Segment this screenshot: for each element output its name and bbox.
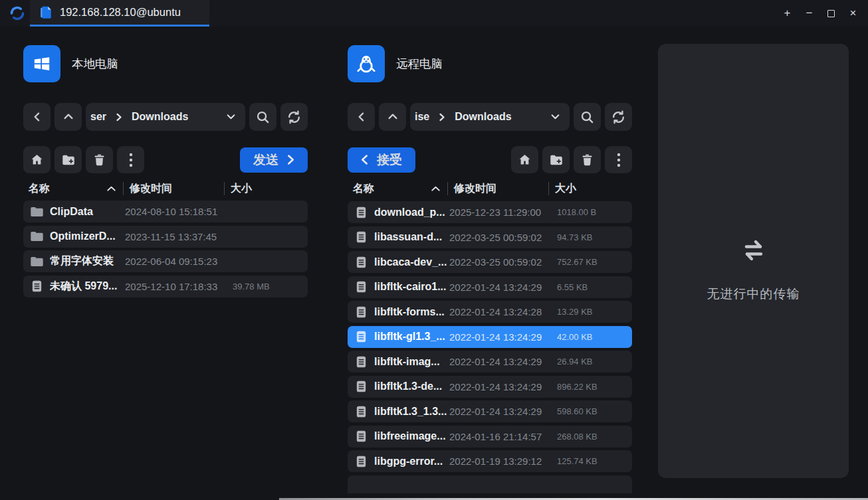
- file-size: 268.08 KB: [557, 432, 632, 442]
- no-transfers-text: 无进行中的传输: [707, 286, 800, 303]
- folder-icon: [23, 256, 50, 268]
- remote-path-bar[interactable]: ise Downloads: [410, 103, 570, 131]
- file-size: 1018.00 B: [557, 207, 632, 217]
- column-header-modified[interactable]: 修改时间: [124, 182, 224, 196]
- new-tab-button[interactable]: +: [776, 0, 798, 27]
- chevron-down-icon[interactable]: [226, 113, 236, 121]
- remote-home-button[interactable]: [511, 146, 538, 173]
- file-modified: 2023-11-15 13:37:45: [125, 231, 233, 242]
- windows-logo-icon: [23, 45, 60, 82]
- table-row[interactable]: libfltk-forms... 2022-01-24 13:24:28 13.…: [348, 301, 632, 323]
- transfer-arrows-icon: [738, 235, 769, 268]
- sort-ascending-icon: [106, 185, 116, 192]
- app-logo-icon: [9, 5, 26, 22]
- remote-new-folder-button[interactable]: [542, 146, 570, 173]
- file-icon: [348, 256, 374, 269]
- table-row[interactable]: 常用字体安装 2022-06-04 09:15:23: [23, 250, 308, 272]
- column-header-modified[interactable]: 修改时间: [448, 182, 548, 196]
- remote-table-header: 名称 修改时间 大小: [348, 178, 632, 199]
- column-header-size[interactable]: 大小: [225, 182, 308, 196]
- local-table-header: 名称 修改时间 大小: [23, 178, 308, 199]
- linux-penguin-icon: [348, 45, 385, 82]
- table-row[interactable]: libfltk-imag... 2022-01-24 13:24:29 26.9…: [348, 351, 632, 373]
- column-header-size[interactable]: 大小: [549, 182, 632, 196]
- local-more-button[interactable]: [117, 146, 144, 173]
- folder-icon: [23, 206, 50, 218]
- remote-refresh-button[interactable]: [605, 103, 632, 131]
- file-modified: 2022-03-25 00:59:02: [449, 232, 557, 243]
- titlebar: 192.168.128.10@ubuntu + − ×: [0, 0, 868, 27]
- local-file-list: ClipData 2024-08-10 15:18:51 OptimizerD.…: [23, 201, 308, 297]
- file-transfer-tab-icon: [39, 5, 53, 20]
- file-size: 896.22 KB: [557, 382, 632, 392]
- table-row[interactable]: libassuan-d... 2022-03-25 00:59:02 94.73…: [348, 226, 632, 248]
- session-tab[interactable]: 192.168.128.10@ubuntu: [30, 0, 209, 27]
- local-refresh-button[interactable]: [280, 103, 308, 131]
- column-header-name[interactable]: 名称: [23, 182, 123, 196]
- table-row[interactable]: libfltk1.3-de... 2022-01-24 13:24:29 896…: [348, 376, 632, 398]
- table-row[interactable]: download_p... 2025-12-23 11:29:00 1018.0…: [348, 201, 632, 223]
- table-row[interactable]: OptimizerD... 2023-11-15 13:37:45: [23, 226, 308, 248]
- table-row[interactable]: libfltk-cairo1... 2022-01-24 13:24:29 6.…: [348, 276, 632, 298]
- send-button-label: 发送: [253, 151, 278, 169]
- file-size: 598.60 KB: [557, 406, 632, 416]
- file-icon: [348, 206, 374, 219]
- remote-nav-row: ise Downloads: [348, 103, 632, 131]
- close-button[interactable]: ×: [842, 0, 864, 27]
- transfers-panel: 无进行中的传输: [658, 44, 849, 478]
- folder-icon: [23, 230, 50, 242]
- table-row[interactable]: libfreeimage... 2024-01-16 21:14:57 268.…: [348, 426, 632, 448]
- file-modified: 2024-08-10 15:18:51: [125, 206, 233, 217]
- remote-search-button[interactable]: [574, 103, 601, 131]
- chevron-down-icon[interactable]: [550, 113, 560, 121]
- send-button[interactable]: 发送: [240, 147, 308, 173]
- local-search-button[interactable]: [249, 103, 276, 131]
- file-icon: [348, 230, 374, 244]
- local-home-button[interactable]: [23, 146, 51, 173]
- path-segment-current: Downloads: [455, 111, 511, 123]
- file-icon: [348, 305, 374, 319]
- file-modified: 2022-06-04 09:15:23: [125, 256, 233, 267]
- path-segment-parent: ser: [90, 111, 106, 123]
- file-name: OptimizerD...: [50, 230, 125, 242]
- file-icon: [348, 330, 374, 343]
- local-up-button[interactable]: [54, 103, 82, 131]
- table-row[interactable]: libcaca-dev_... 2022-03-25 00:59:02 752.…: [348, 251, 632, 273]
- maximize-icon: [827, 10, 835, 17]
- local-path-bar[interactable]: ser Downloads: [86, 103, 245, 131]
- file-size: 42.00 KB: [557, 332, 632, 342]
- column-header-name[interactable]: 名称: [348, 182, 447, 196]
- remote-toolbar: 接受: [348, 146, 632, 173]
- chevron-left-icon: [361, 154, 368, 165]
- minimize-button[interactable]: −: [798, 0, 820, 27]
- local-toolbar: 发送: [23, 146, 308, 173]
- file-icon: [23, 280, 50, 293]
- file-icon: [348, 455, 374, 468]
- chevron-right-icon: [115, 112, 123, 122]
- remote-delete-button[interactable]: [574, 146, 601, 173]
- receive-button[interactable]: 接受: [348, 147, 415, 173]
- remote-up-button[interactable]: [379, 103, 406, 131]
- table-row-selected[interactable]: libfltk-gl1.3_... 2022-01-24 13:24:29 42…: [348, 326, 632, 348]
- column-name-label: 名称: [29, 182, 50, 196]
- file-icon: [348, 355, 374, 369]
- table-row[interactable]: libfltk1.3_1.3... 2022-01-24 13:24:29 59…: [348, 400, 632, 422]
- local-back-button[interactable]: [23, 103, 51, 131]
- file-size: 13.29 KB: [557, 307, 632, 317]
- table-row[interactable]: libgpg-error... 2022-01-19 13:29:12 125.…: [348, 450, 632, 472]
- table-row[interactable]: 未确认 5979... 2025-12-10 17:18:33 39.78 MB: [23, 276, 308, 297]
- file-name: libfltk-forms...: [374, 306, 449, 318]
- file-size: 125.74 KB: [557, 456, 632, 466]
- remote-more-button[interactable]: [605, 146, 632, 173]
- remote-back-button[interactable]: [348, 103, 375, 131]
- file-modified: 2022-01-24 13:24:29: [449, 331, 557, 343]
- local-new-folder-button[interactable]: [54, 146, 82, 173]
- column-name-label: 名称: [353, 182, 374, 196]
- table-row[interactable]: ClipData 2024-08-10 15:18:51: [23, 201, 308, 222]
- chevron-right-icon: [287, 154, 294, 165]
- maximize-button[interactable]: [820, 0, 842, 27]
- file-name: libfltk-imag...: [374, 356, 449, 368]
- local-delete-button[interactable]: [86, 146, 113, 173]
- local-nav-row: ser Downloads: [23, 103, 308, 131]
- file-name: libfltk1.3_1.3...: [374, 406, 449, 418]
